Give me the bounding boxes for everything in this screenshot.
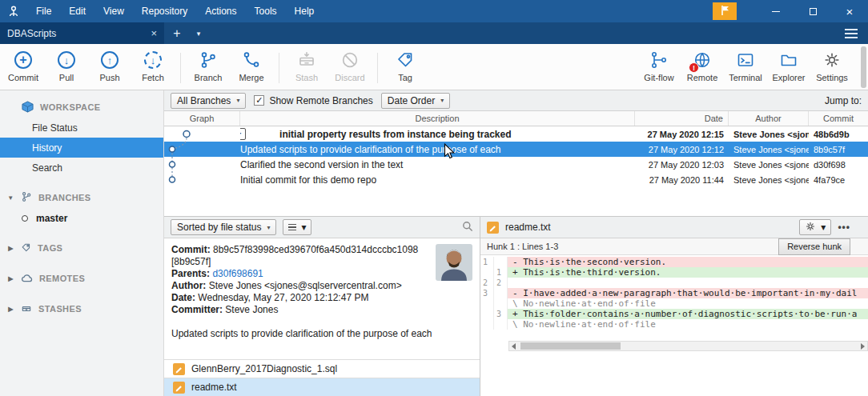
diff-line-removed: 3- I·have·added·a·new·paragraph·that·wou… [480,288,868,298]
sidebar-item-history[interactable]: History [0,138,163,158]
pull-button[interactable]: ↓ Pull [45,46,88,90]
terminal-icon [736,50,755,70]
branch-item-master[interactable]: master [0,208,163,228]
horizontal-scrollbar[interactable] [508,341,868,351]
remote-button[interactable]: ! Remote [681,46,724,90]
checkbox-checked-icon: ✓ [254,95,264,106]
vertical-scrollbar-thumb[interactable] [861,46,866,88]
menu-item-view[interactable]: View [94,0,133,22]
scroll-left-arrow-icon[interactable] [512,343,516,350]
menu-item-actions[interactable]: Actions [196,0,245,22]
parent-commit-link[interactable]: d30f698691 [212,268,263,279]
overflow-menu-button[interactable] [834,22,868,44]
tabbar: DBAScripts × + ▾ [0,22,868,44]
toolbar-right-group: Git-flow ! Remote Terminal [637,46,854,90]
branch-button[interactable]: Branch [187,46,230,90]
file-row-selected[interactable]: readme.txt [164,378,480,396]
author-avatar [436,244,472,281]
commit-hash-line: Commit: 8b9c57f83998ced39670f6a450d314dc… [171,244,472,268]
minimize-icon [772,11,780,12]
menu-item-file[interactable]: File [27,0,60,22]
pull-icon: ↓ [58,51,75,69]
search-icon[interactable] [462,221,473,234]
diff-line-added: 1+ This·is·the·third·version. [480,267,868,278]
commit-parents-line: Parents: d30f698691 [171,268,472,280]
history-row[interactable]: master initial property results from ins… [164,126,868,142]
branch-filter-dropdown[interactable]: All Branches ▾ [171,93,246,109]
commit-button[interactable]: + Commit [2,46,45,90]
settings-button[interactable]: Settings [810,46,854,90]
minimize-button[interactable] [757,0,794,22]
merge-button[interactable]: Merge [230,46,273,90]
close-button[interactable]: × [831,0,868,22]
history-row[interactable]: Clarified the second version in the text… [164,157,868,172]
scroll-right-arrow-icon[interactable] [861,343,865,350]
maximize-button[interactable] [794,0,831,22]
new-tab-button[interactable]: + [164,22,190,44]
gear-icon [805,221,816,234]
column-header-date[interactable]: Date [635,111,729,126]
sidebar-item-file-status[interactable]: File Status [0,118,163,138]
terminal-button[interactable]: Terminal [724,46,767,90]
stashes-section-header[interactable]: ▶ STASHES [0,298,163,319]
history-table: master initial property results from ins… [164,126,868,187]
chevron-down-icon: ▾ [440,97,444,104]
sidebar: WORKSPACE File Status History Search ▼ B… [0,90,164,396]
merge-icon [242,50,261,70]
tab-list-caret-icon[interactable]: ▾ [190,22,207,44]
branches-icon [21,191,32,204]
chevron-right-icon: ▶ [7,245,14,252]
window-controls: × [757,0,868,22]
repo-tab-label: DBAScripts [7,28,56,39]
diff-filename: readme.txt [505,222,551,233]
more-options-button[interactable]: ••• [838,222,850,233]
flag-icon [720,5,730,18]
workspace-icon [22,101,34,114]
column-header-description[interactable]: Description [240,111,635,126]
discard-icon [340,50,360,70]
diff-line-added: 3+ This·folder·contains·a·number·of·diag… [480,309,868,319]
menu-item-help[interactable]: Help [286,0,323,22]
tab-close-icon[interactable]: × [151,27,157,39]
git-flow-button[interactable]: Git-flow [637,46,681,90]
branches-section-header[interactable]: ▼ BRANCHES [0,187,163,208]
reverse-hunk-button[interactable]: Reverse hunk [778,238,850,255]
workspace-section-header: WORKSPACE [0,97,163,118]
history-empty-area [164,187,868,216]
tag-button[interactable]: Tag [384,46,427,90]
sort-order-dropdown[interactable]: Date Order ▾ [381,93,450,109]
fetch-button[interactable]: ↓ Fetch [131,46,175,90]
toolbar-separator [180,53,181,83]
column-header-author[interactable]: Author [729,111,809,126]
file-row[interactable]: GlennBerry_2017Diagnostic_1.sql [164,359,480,378]
sidebar-item-search[interactable]: Search [0,158,163,178]
view-options-dropdown[interactable]: ▾ [283,219,311,235]
remotes-section-header[interactable]: ▶ REMOTES [0,268,163,289]
show-remote-branches-checkbox[interactable]: ✓ Show Remote Branches [254,95,372,106]
commit-icon: + [14,51,32,69]
menu-item-repository[interactable]: Repository [133,0,196,22]
menu-item-edit[interactable]: Edit [60,0,94,22]
column-header-commit[interactable]: Commit [809,111,868,126]
push-button[interactable]: ↑ Push [88,46,131,90]
column-header-graph[interactable]: Graph [164,111,240,126]
settings-gear-icon [822,50,842,70]
commit-author-line: Author: Steve Jones <sjones@sqlservercen… [171,280,472,292]
diff-options-dropdown[interactable]: ▾ [799,219,831,235]
history-row-selected[interactable]: Updated scripts to provide clarification… [164,142,868,157]
list-view-icon [288,224,296,231]
tags-section-header[interactable]: ▶ TAGS [0,238,163,258]
branch-badge-master[interactable]: master [240,128,246,140]
repo-tab[interactable]: DBAScripts × [0,22,164,44]
menu-item-tools[interactable]: Tools [246,0,286,22]
stash-icon [297,50,316,70]
scrollbar-thumb[interactable] [520,342,621,350]
discard-button: Discard [328,46,372,90]
close-icon: × [846,6,854,18]
chevron-down-icon: ▾ [236,97,239,104]
file-sort-dropdown[interactable]: Sorted by file status ▾ [171,219,276,235]
notifications-flag-button[interactable] [713,2,737,20]
explorer-button[interactable]: Explorer [767,46,810,90]
chevron-down-icon: ▾ [821,222,826,233]
history-row[interactable]: Initial commit for this demo repo 27 May… [164,172,868,187]
